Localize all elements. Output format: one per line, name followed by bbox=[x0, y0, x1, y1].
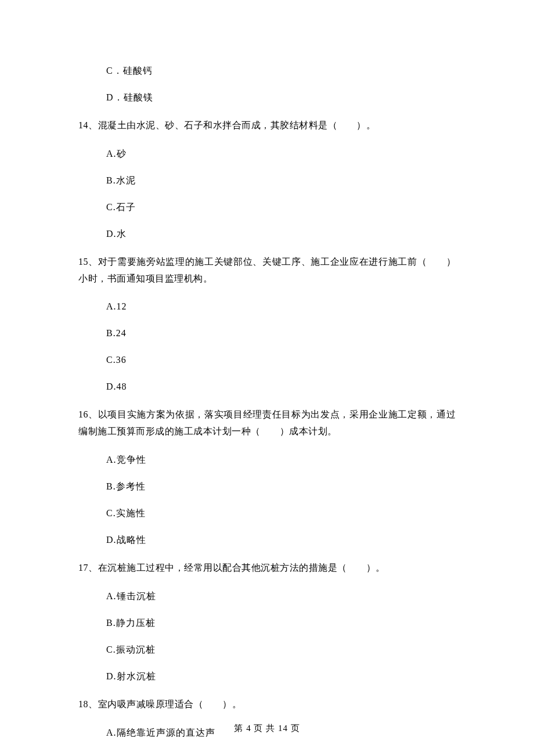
q14-option-c: C.石子 bbox=[106, 200, 456, 214]
q15-text: 15、对于需要施旁站监理的施工关键部位、关键工序、施工企业应在进行施工前（ ）小… bbox=[78, 254, 456, 287]
q16-option-d: D.战略性 bbox=[106, 533, 456, 547]
page-footer: 第 4 页 共 14 页 bbox=[0, 723, 534, 734]
q17-option-a: A.锤击沉桩 bbox=[106, 589, 456, 603]
q17-option-b: B.静力压桩 bbox=[106, 616, 456, 630]
page-content: C．硅酸钙 D．硅酸镁 14、混凝土由水泥、砂、石子和水拌合而成，其胶结材料是（… bbox=[0, 0, 534, 740]
q17-option-d: D.射水沉桩 bbox=[106, 669, 456, 683]
q14-text: 14、混凝土由水泥、砂、石子和水拌合而成，其胶结材料是（ ）。 bbox=[78, 117, 456, 134]
q16-option-c: C.实施性 bbox=[106, 506, 456, 520]
q15-option-a: A.12 bbox=[106, 300, 456, 314]
q14-option-a: A.砂 bbox=[106, 147, 456, 161]
q16-text: 16、以项目实施方案为依据，落实项目经理责任目标为出发点，采用企业施工定额，通过… bbox=[78, 406, 456, 440]
q16-option-b: B.参考性 bbox=[106, 480, 456, 494]
q15-option-c: C.36 bbox=[106, 353, 456, 367]
q14-option-d: D.水 bbox=[106, 227, 456, 241]
q13-option-d: D．硅酸镁 bbox=[106, 91, 456, 105]
q15-option-d: D.48 bbox=[106, 380, 456, 394]
q14-option-b: B.水泥 bbox=[106, 174, 456, 188]
q16-option-a: A.竞争性 bbox=[106, 453, 456, 467]
q17-text: 17、在沉桩施工过程中，经常用以配合其他沉桩方法的措施是（ ）。 bbox=[78, 560, 456, 577]
q13-option-c: C．硅酸钙 bbox=[106, 64, 456, 78]
q17-option-c: C.振动沉桩 bbox=[106, 643, 456, 657]
q18-text: 18、室内吸声减噪原理适合（ ）。 bbox=[78, 696, 456, 713]
q15-option-b: B.24 bbox=[106, 326, 456, 340]
